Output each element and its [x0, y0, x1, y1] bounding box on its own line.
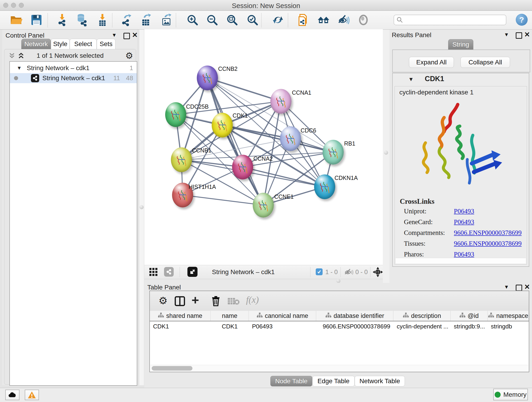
vertical-splitter-left[interactable] [139, 30, 144, 385]
tree-expand-icon[interactable]: ▼ [17, 65, 22, 71]
apply-layout-icon[interactable] [272, 13, 284, 26]
tab-sets[interactable]: Sets [97, 39, 115, 49]
tab-network[interactable]: Network [21, 39, 51, 49]
tab-select[interactable]: Select [70, 39, 97, 49]
column-header-namespace[interactable]: namespace [488, 311, 529, 321]
network-selection-status: 1 of 1 Network selected [4, 52, 136, 59]
node-CCNB2[interactable] [197, 65, 218, 90]
table-panel-float-icon[interactable] [516, 285, 522, 291]
cloud-button[interactable] [5, 390, 19, 400]
selected-checkbox-icon[interactable] [316, 268, 323, 275]
table-panel-close-icon[interactable]: ✕ [524, 283, 530, 291]
table-row[interactable]: CDK1CDK1P064939606.ENSP00000378699cyclin… [150, 321, 529, 332]
memory-button[interactable]: Memory [493, 389, 528, 400]
control-panel-float-icon[interactable] [123, 33, 130, 39]
open-session-icon[interactable] [10, 13, 22, 26]
help-icon[interactable]: ? [516, 14, 528, 26]
column-header--id[interactable]: @id [451, 311, 488, 321]
cell-database-identifier[interactable]: 9606.ENSP00000378699 [316, 321, 393, 332]
grid-view-icon[interactable] [149, 268, 158, 276]
birdseye-view-icon[interactable] [187, 267, 197, 277]
cell-shared-name[interactable]: CDK1 [150, 321, 210, 332]
column-header-canonical-name[interactable]: canonical name [249, 311, 316, 321]
tab-style[interactable]: Style [51, 39, 70, 49]
column-header-database-identifier[interactable]: database identifier [316, 311, 393, 321]
zoom-in-icon[interactable] [186, 13, 199, 26]
splitter-handle[interactable] [139, 205, 144, 209]
node-CCNE1[interactable] [253, 193, 274, 217]
node-CCNA2[interactable] [232, 155, 253, 179]
network-canvas[interactable]: CCNB2CCNA1CDC25BCDK1CDC6RB1CCNB1CCNA2CDK… [144, 29, 383, 265]
show-columns-icon[interactable] [175, 296, 185, 306]
zoom-fit-icon[interactable] [226, 13, 239, 26]
network-collection-row[interactable]: ▼ String Network – cdk1 1 [10, 63, 137, 73]
node-CDK1[interactable] [212, 113, 233, 138]
table-toolbar: ⚙ + f(x) [150, 291, 529, 311]
network-overview-icon[interactable] [317, 13, 330, 26]
search-box[interactable] [394, 15, 506, 25]
network-options-gear-icon[interactable]: ⚙ [125, 51, 133, 61]
tab-string[interactable]: String [448, 39, 473, 50]
hide-details-icon[interactable] [337, 13, 350, 26]
import-network-from-database-icon[interactable] [75, 13, 88, 26]
tab-node-table[interactable]: Node Table [270, 376, 312, 386]
table-hscrollbar[interactable] [150, 365, 528, 371]
cell-canonical-name[interactable]: P06493 [249, 321, 316, 332]
cell--id[interactable]: stringdb:9... [451, 321, 488, 332]
node-CCNB1[interactable] [171, 147, 192, 172]
table-options-gear-icon[interactable]: ⚙ [158, 295, 167, 306]
vertical-splitter-right[interactable] [383, 30, 389, 283]
column-header-name[interactable]: name [210, 311, 249, 321]
results-panel-close-icon[interactable]: ✕ [524, 31, 530, 38]
protein-collapse-icon[interactable]: ▼ [408, 76, 414, 83]
search-input[interactable] [403, 16, 503, 24]
network-view-icon[interactable] [164, 267, 174, 277]
network-status-dot [14, 76, 18, 80]
results-panel-float-icon[interactable] [516, 32, 522, 39]
collapse-all-button[interactable]: Collapse All [461, 57, 510, 68]
control-panel-collapse-icon[interactable]: ▾ [113, 32, 116, 38]
crosslink-link[interactable]: P06493 [454, 250, 474, 258]
node-CDC6[interactable] [280, 126, 301, 151]
table-panel-collapse-icon[interactable]: ▾ [505, 283, 508, 290]
control-panel-close-icon[interactable]: ✕ [132, 31, 138, 39]
fit-selected-crosshair-icon[interactable] [372, 267, 383, 278]
cell-namespace[interactable]: stringdb [488, 321, 529, 332]
delete-column-trash-icon[interactable] [211, 296, 220, 306]
zoom-out-icon[interactable] [206, 13, 219, 26]
warning-button[interactable] [25, 390, 39, 400]
crosslink-link[interactable]: 9606.ENSP00000378699 [454, 240, 522, 247]
export-table-icon[interactable] [139, 13, 152, 26]
annotation-documents-icon[interactable] [297, 13, 310, 26]
node-RB1[interactable] [323, 140, 344, 165]
cell-name[interactable]: CDK1 [210, 321, 249, 332]
crosslink-link[interactable]: P06493 [454, 207, 474, 215]
node-CDKN1A[interactable] [314, 174, 335, 199]
hscrollbar-thumb[interactable] [152, 366, 192, 370]
import-table-icon[interactable] [96, 13, 109, 26]
import-network-icon[interactable] [56, 13, 69, 26]
show-graphics-details-icon[interactable] [357, 13, 370, 26]
tab-edge-table[interactable]: Edge Table [312, 376, 355, 386]
save-session-icon[interactable] [30, 13, 43, 26]
network-row-selected[interactable]: String Network – cdk1 11 48 [10, 73, 137, 83]
results-scrollbar-track[interactable] [396, 258, 526, 264]
tab-network-table[interactable]: Network Table [355, 376, 405, 386]
expand-all-button[interactable]: Expand All [409, 57, 454, 68]
crosslink-link[interactable]: 9606.ENSP00000378699 [454, 229, 522, 236]
results-panel-collapse-icon[interactable]: ▾ [505, 31, 508, 38]
export-image-icon[interactable] [160, 13, 173, 26]
node-CCNA1[interactable] [270, 89, 291, 114]
splitter-handle[interactable] [384, 151, 388, 155]
zoom-selected-icon[interactable] [246, 13, 259, 26]
search-icon [396, 17, 403, 23]
splitter-handle[interactable] [336, 279, 341, 283]
cell-description[interactable]: cyclin-dependent ... [393, 321, 450, 332]
column-header-shared-name[interactable]: shared name [150, 311, 210, 321]
column-header-description[interactable]: description [393, 311, 450, 321]
crosslink-link[interactable]: P06493 [454, 218, 474, 226]
export-network-icon[interactable] [120, 13, 133, 26]
node-CDC25B[interactable] [165, 102, 186, 127]
create-column-icon[interactable]: + [191, 293, 199, 307]
horizontal-splitter[interactable] [144, 279, 383, 283]
